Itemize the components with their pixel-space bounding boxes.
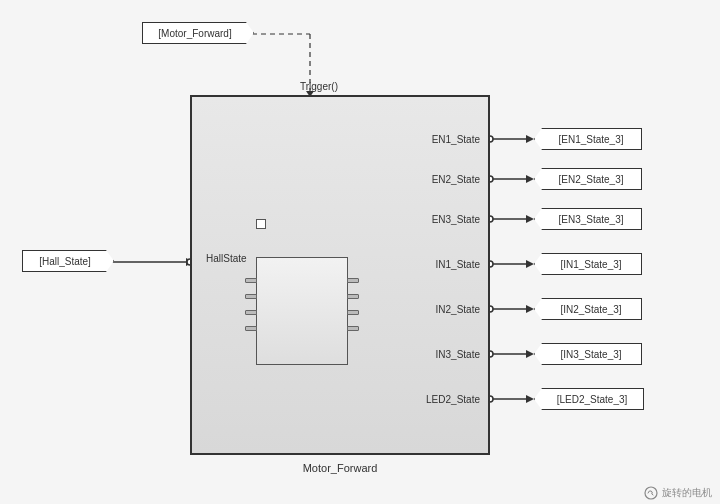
en2-state-port-label: EN2_State [432, 174, 480, 185]
inner-port-out2 [347, 294, 359, 299]
inner-port-in2 [245, 294, 257, 299]
led2-state-3-label: [LED2_State_3] [557, 394, 628, 405]
watermark-text: 旋转的电机 [662, 486, 712, 500]
en3-state-3-label: [EN3_State_3] [558, 214, 623, 225]
in3-state-3-label: [IN3_State_3] [560, 349, 621, 360]
inner-sub-block[interactable] [256, 257, 348, 365]
main-block-label: Motor_Forward [190, 462, 490, 474]
svg-marker-14 [526, 305, 534, 313]
watermark: 旋转的电机 [644, 486, 712, 500]
en2-state-3-label: [EN2_State_3] [558, 174, 623, 185]
en3-state-port-label: EN3_State [432, 214, 480, 225]
in2-state-3-tag[interactable]: [IN2_State_3] [534, 298, 642, 320]
en2-state-3-tag[interactable]: [EN2_State_3] [534, 168, 642, 190]
in2-state-port-label: IN2_State [436, 304, 480, 315]
in1-state-3-label: [IN1_State_3] [560, 259, 621, 270]
inner-checkbox [256, 219, 266, 229]
en1-state-port-label: EN1_State [432, 134, 480, 145]
svg-marker-12 [526, 260, 534, 268]
in2-state-3-label: [IN2_State_3] [560, 304, 621, 315]
led2-state-port-label: LED2_State [426, 394, 480, 405]
trigger-label: Trigger() [300, 81, 338, 92]
inner-port-out1 [347, 278, 359, 283]
inner-port-in3 [245, 310, 257, 315]
motor-forward-label: [Motor_Forward] [158, 28, 231, 39]
in3-state-port-label: IN3_State [436, 349, 480, 360]
main-subsystem-block[interactable]: Trigger() HallState EN1_State EN2_State … [190, 95, 490, 455]
hall-state-input-tag[interactable]: [Hall_State] [22, 250, 114, 272]
led2-state-3-tag[interactable]: [LED2_State_3] [534, 388, 644, 410]
in1-state-port-label: IN1_State [436, 259, 480, 270]
inner-port-out4 [347, 326, 359, 331]
svg-point-33 [645, 487, 657, 499]
inner-port-in1 [245, 278, 257, 283]
watermark-icon [644, 486, 658, 500]
hallstate-label: HallState [206, 253, 247, 264]
svg-marker-6 [526, 135, 534, 143]
hall-state-label: [Hall_State] [39, 256, 91, 267]
en3-state-3-tag[interactable]: [EN3_State_3] [534, 208, 642, 230]
en1-state-3-label: [EN1_State_3] [558, 134, 623, 145]
inner-port-out3 [347, 310, 359, 315]
svg-marker-10 [526, 215, 534, 223]
svg-marker-18 [526, 395, 534, 403]
in3-state-3-tag[interactable]: [IN3_State_3] [534, 343, 642, 365]
en1-state-3-tag[interactable]: [EN1_State_3] [534, 128, 642, 150]
inner-port-in4 [245, 326, 257, 331]
svg-marker-8 [526, 175, 534, 183]
motor-forward-input-tag[interactable]: [Motor_Forward] [142, 22, 254, 44]
canvas: [Motor_Forward] [Hall_State] Trigger() H… [0, 0, 720, 504]
svg-marker-16 [526, 350, 534, 358]
in1-state-3-tag[interactable]: [IN1_State_3] [534, 253, 642, 275]
